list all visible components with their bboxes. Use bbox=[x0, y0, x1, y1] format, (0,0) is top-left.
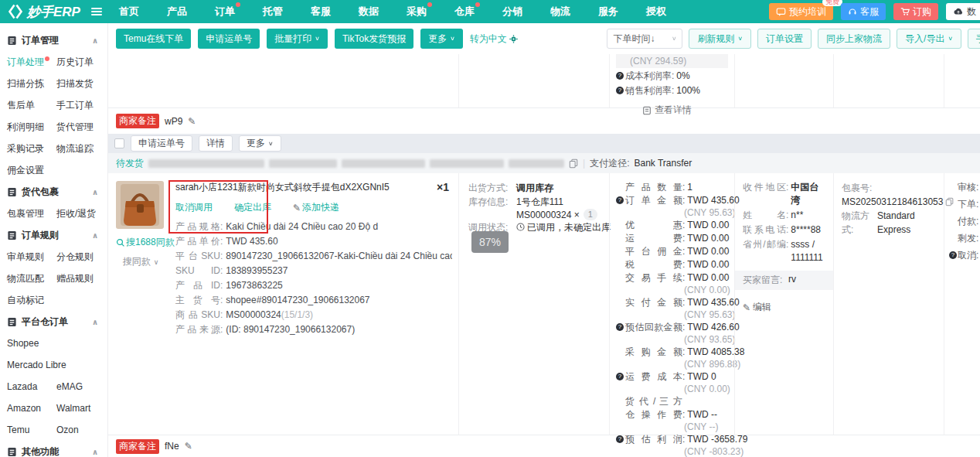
sidebar-item-拒收/退货[interactable]: 拒收/退货 bbox=[56, 203, 107, 224]
edit-recipient-link[interactable]: ✎编辑 bbox=[743, 301, 827, 314]
training-button[interactable]: 预约培训 免费 bbox=[769, 3, 833, 20]
sidebar-item-历史订单[interactable]: 历史订单 bbox=[56, 51, 107, 73]
toolbar-button-订单设置[interactable]: 订单设置 bbox=[757, 29, 812, 49]
translate-link[interactable]: 转为中文 bbox=[470, 32, 518, 46]
sidebar-item-扫描分拣[interactable]: 扫描分拣 bbox=[7, 73, 56, 94]
sidebar-section-货代包裹[interactable]: 货代包裹∧ bbox=[0, 181, 107, 203]
sidebar-section-订单规则[interactable]: 订单规则∧ bbox=[0, 224, 107, 246]
toolbar-button-刷新规则[interactable]: 刷新规则∨ bbox=[689, 29, 751, 49]
collapse-icon[interactable]: ∧ bbox=[92, 318, 98, 326]
action-button-详情[interactable]: 详情 bbox=[199, 135, 233, 152]
nav-item-订单[interactable]: 订单 bbox=[215, 5, 235, 19]
sidebar-item-eMAG[interactable]: eMAG bbox=[56, 376, 107, 397]
toolbar-button-TikTok发货预报[interactable]: TikTok发货预报 bbox=[335, 29, 413, 49]
sidebar-item-Ozon[interactable]: Ozon bbox=[56, 419, 107, 441]
support-button[interactable]: 客服 bbox=[841, 3, 886, 20]
sidebar-item-利润明细[interactable]: 利润明细 bbox=[7, 116, 56, 138]
sidebar-item-审单规则[interactable]: 审单规则 bbox=[7, 246, 56, 268]
toolbar-button-导入/导出[interactable]: 导入/导出∨ bbox=[897, 29, 961, 49]
amount-row: 优 惠:TWD 0.00 bbox=[616, 219, 728, 232]
sidebar-item-扫描发货[interactable]: 扫描发货 bbox=[56, 73, 107, 94]
product-action-links: 取消调用确定出库✎添加快递 bbox=[175, 201, 452, 214]
toolbar-right: 下单时间↓ ∨ 刷新规则∨订单设置同步上家物流导入/导出∨手 bbox=[607, 29, 980, 49]
order-checkbox[interactable] bbox=[114, 138, 124, 148]
sidebar-item-物流追踪[interactable]: 物流追踪 bbox=[56, 138, 107, 159]
sidebar-item-物流匹配[interactable]: 物流匹配 bbox=[7, 268, 56, 289]
help-icon[interactable]: ? bbox=[616, 435, 624, 443]
sidebar-item-手工订单[interactable]: 手工订单 bbox=[56, 94, 107, 116]
nav-item-托管[interactable]: 托管 bbox=[263, 5, 283, 19]
copy-icon[interactable] bbox=[569, 159, 578, 169]
sidebar-section-平台仓订单[interactable]: 平台仓订单∧ bbox=[0, 311, 107, 333]
times-cell: 审核:20下单:20付款:20剩发:17?取消:20 bbox=[944, 173, 980, 435]
nav-item-服务[interactable]: 服务 bbox=[598, 5, 618, 19]
amount-label: 税 费 bbox=[625, 258, 682, 271]
action-button-更多[interactable]: 更多∨ bbox=[239, 135, 281, 152]
toolbar-button-同步上家物流[interactable]: 同步上家物流 bbox=[818, 29, 890, 49]
help-icon[interactable]: ? bbox=[949, 251, 957, 259]
amount-value: TWD 426.60 bbox=[687, 321, 739, 334]
sidebar-item-货代管理[interactable]: 货代管理 bbox=[56, 116, 107, 138]
product-title[interactable]: sarah小店1231新款时尚女式斜纹手提包dX2XGNnI5 bbox=[175, 181, 390, 194]
toolbar-button-手[interactable]: 手 bbox=[968, 29, 980, 49]
sidebar-item-自动标记[interactable]: 自动标记 bbox=[7, 289, 56, 311]
prev-view-detail-link[interactable]: 查看详情 bbox=[642, 104, 728, 117]
sidebar-item-赠品规则[interactable]: 赠品规则 bbox=[56, 268, 107, 289]
nav-item-分销[interactable]: 分销 bbox=[502, 5, 522, 19]
purchase-button[interactable]: 订购 bbox=[893, 3, 938, 20]
sidebar-item-包裹管理[interactable]: 包裹管理 bbox=[7, 203, 56, 224]
collapse-icon[interactable]: ∧ bbox=[92, 231, 98, 240]
product-link-确定出库[interactable]: 确定出库 bbox=[234, 201, 271, 214]
nav-item-物流[interactable]: 物流 bbox=[550, 5, 570, 19]
sidebar-item-佣金设置[interactable]: 佣金设置 bbox=[7, 159, 56, 181]
sidebar-item-分仓规则[interactable]: 分仓规则 bbox=[56, 246, 107, 268]
action-button-申请运单号[interactable]: 申请运单号 bbox=[131, 135, 192, 152]
sidebar-item-Lazada[interactable]: Lazada bbox=[7, 376, 56, 397]
sidebar-item-Mercado Libre[interactable]: Mercado Libre bbox=[7, 354, 107, 376]
sidebar-item-Shopee[interactable]: Shopee bbox=[7, 333, 107, 354]
prev-view-detail-label: 查看详情 bbox=[655, 104, 692, 117]
sidebar-section-其他功能[interactable]: 其他功能∧ bbox=[0, 441, 107, 457]
sidebar-item-Amazon[interactable]: Amazon bbox=[7, 397, 56, 419]
help-icon[interactable]: ? bbox=[616, 323, 624, 331]
nav-item-产品[interactable]: 产品 bbox=[167, 5, 187, 19]
time-row: 付款:20 bbox=[949, 215, 980, 228]
nav-item-授权[interactable]: 授权 bbox=[646, 5, 666, 19]
amount-row: 产 品 数 量:1 bbox=[616, 181, 728, 194]
edit-note-icon[interactable]: ✎ bbox=[188, 116, 196, 127]
menu-toggle-icon[interactable] bbox=[91, 8, 102, 15]
product-link-取消调用[interactable]: 取消调用 bbox=[175, 201, 213, 214]
edit-note-icon[interactable]: ✎ bbox=[185, 441, 192, 452]
sidebar-item-售后单[interactable]: 售后单 bbox=[7, 94, 56, 116]
nav-item-数据[interactable]: 数据 bbox=[359, 5, 379, 19]
chevron-down-icon: ∨ bbox=[450, 36, 455, 42]
nav-item-仓库[interactable]: 仓库 bbox=[454, 5, 475, 19]
collapse-icon[interactable]: ∧ bbox=[92, 36, 98, 45]
toolbar-button-Temu在线下单[interactable]: Temu在线下单 bbox=[116, 29, 191, 49]
product-image[interactable] bbox=[116, 181, 164, 229]
nav-item-采购[interactable]: 采购 bbox=[407, 5, 427, 19]
toolbar-button-更多[interactable]: 更多∨ bbox=[420, 29, 463, 49]
help-icon[interactable]: ? bbox=[616, 87, 624, 94]
toolbar-button-申请运单号[interactable]: 申请运单号 bbox=[198, 29, 260, 49]
sidebar-section-订单管理[interactable]: 订单管理∧ bbox=[0, 29, 107, 51]
collapse-icon[interactable]: ∧ bbox=[92, 188, 98, 196]
product-link-添加快递[interactable]: ✎添加快递 bbox=[293, 201, 339, 214]
spec-value: TWD 435.60 bbox=[226, 234, 277, 249]
help-icon[interactable]: ? bbox=[616, 373, 624, 380]
help-icon[interactable]: ? bbox=[616, 196, 624, 204]
sidebar-item-Walmart[interactable]: Walmart bbox=[56, 397, 107, 419]
help-icon[interactable]: ? bbox=[616, 72, 624, 80]
nav-item-首页[interactable]: 首页 bbox=[119, 5, 139, 19]
search-same-link[interactable]: 搜同款∨ bbox=[116, 255, 165, 268]
nav-item-客服[interactable]: 客服 bbox=[311, 5, 331, 19]
toolbar-button-批量打印[interactable]: 批量打印∨ bbox=[267, 29, 328, 49]
sidebar-item-Temu[interactable]: Temu bbox=[7, 419, 56, 441]
sort-select[interactable]: 下单时间↓ ∨ bbox=[607, 29, 682, 49]
sidebar-item-订单处理[interactable]: 订单处理 bbox=[7, 51, 56, 73]
divider: | bbox=[583, 158, 585, 169]
collapse-icon[interactable]: ∧ bbox=[92, 448, 98, 456]
data-migration-button[interactable]: 数 bbox=[946, 3, 980, 20]
search-1688-link[interactable]: 搜1688同款 bbox=[116, 236, 165, 249]
sidebar-item-采购记录[interactable]: 采购记录 bbox=[7, 138, 56, 159]
